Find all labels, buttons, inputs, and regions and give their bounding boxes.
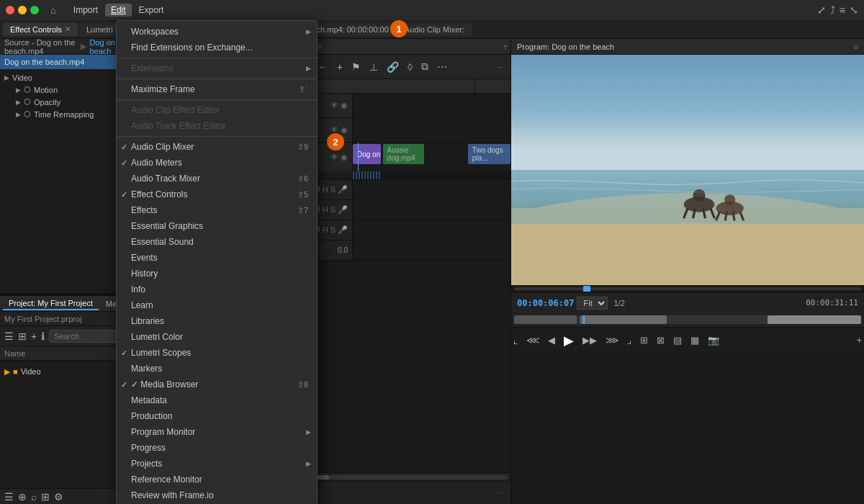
add-icon[interactable]: + bbox=[31, 330, 37, 342]
track-a2-mic[interactable]: 🎤 bbox=[338, 205, 348, 215]
btn-lift[interactable]: ⊞ bbox=[638, 333, 650, 347]
home-icon[interactable]: ⌂ bbox=[50, 5, 56, 16]
menu-find-extensions[interactable]: Find Extensions on Exchange... bbox=[117, 40, 317, 55]
close-button[interactable] bbox=[6, 6, 14, 14]
menu-audio-clip-mixer[interactable]: Audio Clip Mixer ⇧9 bbox=[117, 139, 317, 155]
btn-mark-in[interactable]: ⌞ bbox=[511, 333, 520, 347]
track-v3-target[interactable]: ◉ bbox=[341, 101, 348, 110]
btn-mark-out[interactable]: ⌟ bbox=[625, 333, 634, 347]
info-icon[interactable]: ℹ bbox=[41, 330, 45, 342]
btn-step-fwd[interactable]: ▶▶ bbox=[580, 333, 599, 347]
menu-lumetri-scopes[interactable]: Lumetri Scopes bbox=[117, 345, 317, 361]
fit-dropdown[interactable]: Fit bbox=[577, 297, 608, 310]
menu-workspaces[interactable]: Workspaces bbox=[117, 24, 317, 40]
tab-project[interactable]: Project: My First Project bbox=[3, 297, 99, 310]
timeline-ctrl-left[interactable]: ← bbox=[317, 60, 330, 74]
timeline-tab-menu[interactable]: ≡ bbox=[318, 42, 323, 50]
menu-progress[interactable]: Progress bbox=[117, 440, 317, 456]
prog-timecode[interactable]: 00:00:06:07 bbox=[517, 298, 574, 308]
list-icon[interactable]: ☰ bbox=[4, 330, 14, 342]
menu-effect-controls[interactable]: Effect Controls ⇧5 bbox=[117, 186, 317, 202]
track-a2-s[interactable]: S bbox=[330, 205, 336, 215]
prog-bar-thumb[interactable] bbox=[583, 286, 590, 292]
track-v3-eye[interactable]: 👁 bbox=[330, 101, 338, 110]
menu-edit[interactable]: Edit bbox=[105, 4, 132, 17]
track-a1-h[interactable]: H bbox=[323, 185, 328, 194]
timeline-ctrl-add[interactable]: + bbox=[336, 60, 344, 74]
timeline-ctrl-flag[interactable]: ⚑ bbox=[350, 60, 362, 74]
menu-events[interactable]: Events bbox=[117, 250, 317, 266]
video-arrow[interactable]: ▶ bbox=[4, 74, 9, 81]
timeline-ctrl-marker[interactable]: ◊ bbox=[406, 60, 414, 74]
menu-history[interactable]: History bbox=[117, 266, 317, 282]
menu-export[interactable]: Export bbox=[133, 4, 170, 17]
timeline-ctrl-snap[interactable]: ⊥ bbox=[368, 60, 379, 74]
btn-settings[interactable]: + bbox=[854, 333, 864, 347]
menu-reference-monitor[interactable]: Reference Monitor bbox=[117, 472, 317, 487]
timeline-add-icon[interactable]: + bbox=[503, 42, 508, 52]
breadcrumb-root[interactable]: Source - Dog on the beach.mp4 bbox=[4, 38, 78, 55]
menu-essential-sound[interactable]: Essential Sound bbox=[117, 234, 317, 250]
motion-arrow[interactable]: ▶ bbox=[16, 86, 21, 94]
menu-production[interactable]: Production bbox=[117, 408, 317, 424]
track-v1-target[interactable]: ◉ bbox=[341, 153, 348, 162]
maximize-button[interactable] bbox=[30, 6, 39, 14]
minimize-button[interactable] bbox=[18, 6, 27, 14]
tab-audio-clip-mixer[interactable]: Audio Clip Mixer: bbox=[397, 23, 472, 36]
timeline-ctrl-link[interactable]: 🔗 bbox=[385, 60, 400, 74]
footer-settings-icon[interactable]: ⚙ bbox=[54, 491, 63, 503]
btn-overwrite[interactable]: ▦ bbox=[688, 333, 701, 347]
col-name[interactable]: Name bbox=[4, 349, 119, 358]
expand-icon[interactable]: ⤢ bbox=[817, 4, 826, 16]
menu-learn[interactable]: Learn bbox=[117, 297, 317, 313]
btn-extract[interactable]: ⊠ bbox=[654, 333, 667, 347]
track-v2-target[interactable]: ◉ bbox=[341, 125, 348, 135]
menu-audio-meters[interactable]: Audio Meters bbox=[117, 155, 317, 171]
btn-camera[interactable]: 📷 bbox=[706, 333, 721, 347]
timeline-resize[interactable]: ↔ bbox=[496, 62, 505, 72]
menu-info[interactable]: Info bbox=[117, 282, 317, 297]
footer-folder-icon[interactable]: ⊞ bbox=[41, 491, 50, 503]
btn-step-back[interactable]: ◀ bbox=[546, 333, 557, 347]
btn-next-frame[interactable]: ⋙ bbox=[603, 333, 621, 347]
menu-review-frame-io[interactable]: Review with Frame.io bbox=[117, 487, 317, 503]
window-menu-dropdown[interactable]: Workspaces Find Extensions on Exchange..… bbox=[116, 20, 318, 504]
opacity-arrow[interactable]: ▶ bbox=[16, 99, 21, 106]
track-a1-mic[interactable]: 🎤 bbox=[338, 185, 348, 194]
menu-libraries[interactable]: Libraries bbox=[117, 313, 317, 329]
collapse-icon[interactable]: ⤡ bbox=[850, 4, 858, 16]
footer-new-icon[interactable]: ⊕ bbox=[18, 491, 27, 503]
program-menu-icon[interactable]: ≡ bbox=[854, 42, 858, 51]
share-icon[interactable]: ⤴ bbox=[830, 4, 835, 16]
menu-markers[interactable]: Markers bbox=[117, 361, 317, 377]
footer-list-icon[interactable]: ☰ bbox=[4, 491, 14, 503]
menu-audio-track-mixer[interactable]: Audio Track Mixer ⇧6 bbox=[117, 171, 317, 186]
timeline-ctrl-filter[interactable]: ⧉ bbox=[420, 59, 430, 74]
menu-maximize-frame[interactable]: Maximize Frame ⇧` bbox=[117, 81, 317, 97]
menu-lumetri-color[interactable]: Lumetri Color bbox=[117, 329, 317, 345]
timeline-ctrl-end[interactable]: ⋯ bbox=[436, 60, 449, 74]
menu-media-browser[interactable]: ✓ Media Browser ⇧8 bbox=[117, 377, 317, 392]
menu-program-monitor[interactable]: Program Monitor bbox=[117, 424, 317, 440]
track-a3-h[interactable]: H bbox=[323, 225, 328, 235]
tab-effect-controls[interactable]: Effect Controls ✕ bbox=[3, 23, 78, 36]
prog-timeline[interactable] bbox=[511, 312, 864, 327]
track-a1-s[interactable]: S bbox=[330, 185, 336, 194]
menu-metadata[interactable]: Metadata bbox=[117, 392, 317, 408]
track-a3-mic[interactable]: 🎤 bbox=[338, 225, 348, 235]
menu-essential-graphics[interactable]: Essential Graphics bbox=[117, 218, 317, 234]
time-remapping-arrow[interactable]: ▶ bbox=[16, 111, 21, 118]
btn-insert[interactable]: ▤ bbox=[671, 333, 684, 347]
footer-search-icon[interactable]: ⌕ bbox=[31, 491, 37, 503]
grid-icon[interactable]: ⊞ bbox=[18, 330, 27, 342]
track-a3-s[interactable]: S bbox=[330, 225, 336, 235]
menu-projects[interactable]: Projects bbox=[117, 456, 317, 472]
menu-effects[interactable]: Effects ⇧7 bbox=[117, 202, 317, 218]
btn-play-stop[interactable]: ▶ bbox=[562, 331, 576, 350]
btn-prev-frame[interactable]: ⋘ bbox=[524, 333, 541, 347]
close-effect-controls[interactable]: ✕ bbox=[65, 25, 71, 33]
track-v1-eye[interactable]: 👁 bbox=[330, 153, 338, 162]
track-a2-h[interactable]: H bbox=[323, 205, 328, 215]
menu-import[interactable]: Import bbox=[68, 4, 104, 17]
menu-icon[interactable]: ≡ bbox=[840, 4, 845, 16]
